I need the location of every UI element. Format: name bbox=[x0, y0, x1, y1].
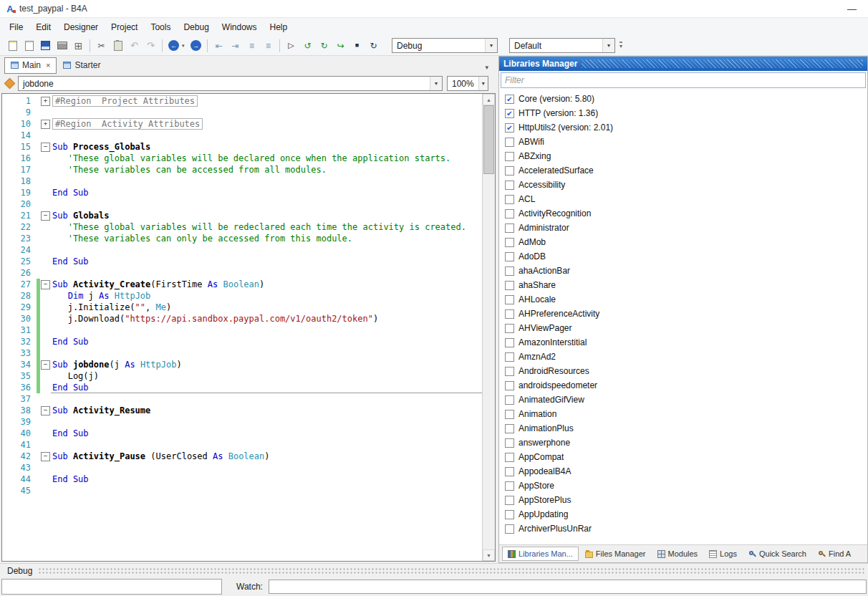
fold-collapse-icon[interactable]: − bbox=[41, 143, 50, 152]
code-line[interactable]: 37 bbox=[2, 393, 482, 405]
menu-debug[interactable]: Debug bbox=[177, 20, 215, 34]
library-item[interactable]: AppodealB4A bbox=[499, 464, 867, 479]
new-file-button[interactable] bbox=[4, 38, 21, 54]
library-item[interactable]: Administrator bbox=[499, 221, 867, 235]
fold-expand-icon[interactable]: + bbox=[41, 97, 50, 106]
fold-collapse-icon[interactable]: − bbox=[41, 452, 50, 461]
library-checkbox[interactable] bbox=[505, 481, 514, 491]
fold-collapse-icon[interactable]: − bbox=[41, 360, 50, 370]
menu-project[interactable]: Project bbox=[105, 20, 144, 34]
scrollbar-track[interactable] bbox=[483, 105, 495, 549]
code-line[interactable]: 31 bbox=[2, 325, 482, 336]
library-item[interactable]: AppStore bbox=[499, 479, 867, 493]
library-checkbox[interactable] bbox=[505, 295, 514, 304]
vertical-scrollbar[interactable]: ▲ ▼ bbox=[482, 94, 495, 561]
navigate-forward-button[interactable]: → bbox=[188, 38, 204, 54]
menu-help[interactable]: Help bbox=[264, 20, 294, 34]
library-checkbox[interactable] bbox=[505, 524, 514, 534]
library-checkbox[interactable] bbox=[505, 138, 514, 147]
code-line[interactable]: 19End Sub bbox=[2, 187, 482, 198]
library-item[interactable]: AmazonInterstitial bbox=[499, 335, 867, 350]
code-line[interactable]: 35 Log(j) bbox=[2, 370, 482, 382]
restart-button[interactable]: ↻ bbox=[365, 38, 382, 54]
code-line[interactable]: 24 bbox=[2, 244, 482, 256]
library-checkbox[interactable] bbox=[505, 195, 514, 204]
code-line[interactable]: 45 bbox=[2, 485, 482, 496]
library-item[interactable]: Accessibility bbox=[499, 178, 867, 192]
library-checkbox[interactable] bbox=[505, 252, 514, 261]
library-item[interactable]: ✔HttpUtils2 (version: 2.01) bbox=[499, 120, 867, 135]
library-item[interactable]: ActivityRecognition bbox=[499, 206, 867, 221]
back-history-dropdown[interactable]: ▾ bbox=[182, 43, 188, 48]
print-button[interactable] bbox=[54, 38, 70, 54]
menu-file[interactable]: File bbox=[3, 20, 29, 34]
code-line[interactable]: 10+#Region Activity Attributes bbox=[2, 118, 482, 130]
dock-tab-find[interactable]: Find A bbox=[813, 547, 856, 560]
code-line[interactable]: 34−Sub jobdone(j As HttpJob) bbox=[2, 359, 482, 370]
menu-designer[interactable]: Designer bbox=[57, 20, 105, 34]
redo-button[interactable]: ↷ bbox=[143, 38, 159, 54]
scroll-up-button[interactable]: ▲ bbox=[483, 94, 495, 105]
code-line[interactable]: 39 bbox=[2, 416, 482, 428]
chevron-down-icon[interactable]: ▾ bbox=[485, 39, 497, 52]
step-out-button[interactable]: ↪ bbox=[332, 38, 349, 54]
menu-windows[interactable]: Windows bbox=[216, 20, 264, 34]
tab-starter[interactable]: Starter bbox=[57, 57, 107, 74]
library-checkbox[interactable] bbox=[505, 238, 514, 247]
code-line[interactable]: 29 j.Initialize("", Me) bbox=[2, 302, 482, 313]
library-item[interactable]: ahaShare bbox=[499, 278, 867, 292]
code-line[interactable]: 33 bbox=[2, 347, 482, 359]
chevron-down-icon[interactable]: ▾ bbox=[478, 77, 488, 90]
close-tab-icon[interactable]: × bbox=[46, 61, 50, 69]
library-checkbox[interactable] bbox=[505, 395, 514, 405]
open-file-button[interactable] bbox=[21, 38, 37, 54]
library-item[interactable]: AmznAd2 bbox=[499, 350, 867, 364]
navigate-back-button[interactable]: ← bbox=[165, 38, 182, 54]
tab-main[interactable]: Main× bbox=[4, 57, 57, 74]
toolbar-options-button[interactable]: ▾ bbox=[619, 42, 622, 49]
outdent-button[interactable]: ⇤ bbox=[211, 38, 227, 54]
fold-collapse-icon[interactable]: − bbox=[41, 406, 50, 415]
menu-edit[interactable]: Edit bbox=[29, 20, 57, 34]
library-checkbox[interactable]: ✔ bbox=[505, 109, 514, 118]
library-checkbox[interactable]: ✔ bbox=[505, 95, 514, 104]
library-checkbox[interactable] bbox=[505, 281, 514, 290]
code-line[interactable]: 40End Sub bbox=[2, 428, 482, 439]
stop-button[interactable]: ■ bbox=[349, 38, 365, 54]
library-item[interactable]: ahaActionBar bbox=[499, 264, 867, 278]
library-item[interactable]: AppUpdating bbox=[499, 507, 867, 522]
cut-button[interactable]: ✂ bbox=[93, 38, 110, 54]
dock-tab-search[interactable]: Quick Search bbox=[743, 547, 811, 560]
code-editor[interactable]: 1+#Region Project Attributes910+#Region … bbox=[2, 94, 482, 561]
comment-button[interactable]: ≡ bbox=[243, 38, 260, 54]
code-line[interactable]: 17 'These variables can be accessed from… bbox=[2, 164, 482, 176]
fold-collapse-icon[interactable]: − bbox=[41, 211, 50, 221]
library-item[interactable]: AcceleratedSurface bbox=[499, 163, 867, 178]
library-item[interactable]: AdoDB bbox=[499, 249, 867, 264]
library-checkbox[interactable] bbox=[505, 266, 514, 276]
code-line[interactable]: 15−Sub Process_Globals bbox=[2, 141, 482, 153]
library-checkbox[interactable] bbox=[505, 338, 514, 347]
dock-tab-modules[interactable]: Modules bbox=[652, 547, 703, 560]
code-line[interactable]: 23 'These variables can only be accessed… bbox=[2, 233, 482, 244]
undo-button[interactable]: ↶ bbox=[126, 38, 143, 54]
library-item[interactable]: Animation bbox=[499, 407, 867, 421]
fold-collapse-icon[interactable]: − bbox=[41, 280, 50, 289]
library-item[interactable]: androidspeedometer bbox=[499, 378, 867, 393]
library-checkbox[interactable] bbox=[505, 324, 514, 333]
debug-mode-combo[interactable]: Debug ▾ bbox=[392, 38, 498, 53]
collapsed-region[interactable]: #Region Activity Attributes bbox=[52, 118, 203, 130]
zoom-combo[interactable]: 100% ▾ bbox=[447, 76, 488, 91]
library-checkbox[interactable]: ✔ bbox=[505, 123, 514, 133]
code-line[interactable]: 41 bbox=[2, 439, 482, 451]
library-item[interactable]: AndroidResources bbox=[499, 364, 867, 378]
dock-tab-logs[interactable]: Logs bbox=[704, 547, 742, 560]
code-line[interactable]: 25End Sub bbox=[2, 256, 482, 267]
library-checkbox[interactable] bbox=[505, 453, 514, 462]
library-item[interactable]: ACL bbox=[499, 192, 867, 206]
library-checkbox[interactable] bbox=[505, 510, 514, 519]
library-checkbox[interactable] bbox=[505, 424, 514, 433]
library-checkbox[interactable] bbox=[505, 467, 514, 476]
tab-list-dropdown[interactable]: ▾ bbox=[485, 64, 496, 74]
filter-input[interactable] bbox=[501, 72, 866, 88]
